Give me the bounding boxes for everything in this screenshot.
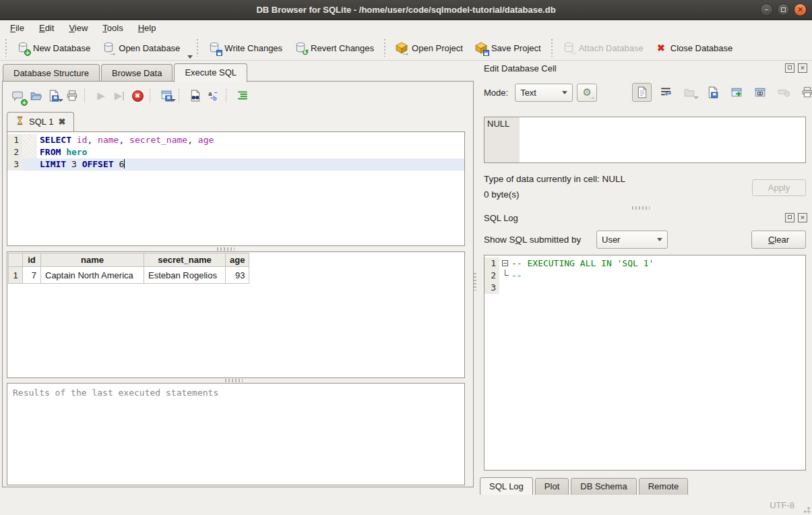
code-line: 1 SELECT id, name, secret_name, age bbox=[7, 134, 464, 146]
menu-tools[interactable]: Tools bbox=[95, 22, 130, 34]
save-sql-dropdown-icon bbox=[58, 99, 63, 102]
revert-changes-icon: ↺ bbox=[294, 42, 307, 54]
save-project-button[interactable]: Save Project bbox=[469, 39, 547, 57]
results-grid: id name secret_name age 1 7 Captain Nort… bbox=[7, 251, 465, 378]
row-number[interactable]: 1 bbox=[9, 267, 23, 284]
apply-button[interactable]: Apply bbox=[752, 179, 806, 196]
splitter-handle[interactable] bbox=[217, 247, 235, 251]
dock-splitter-handle[interactable] bbox=[632, 206, 650, 210]
float-dock-icon[interactable] bbox=[785, 63, 794, 73]
word-wrap-icon[interactable] bbox=[656, 83, 675, 102]
tab-database-structure[interactable]: Database Structure bbox=[3, 64, 100, 82]
menu-view[interactable]: View bbox=[61, 22, 95, 34]
text-mode-icon[interactable] bbox=[632, 83, 652, 102]
corner-header[interactable] bbox=[9, 253, 23, 267]
column-header-name[interactable]: name bbox=[41, 253, 144, 267]
cell-secret-name[interactable]: Esteban Rogelios bbox=[144, 267, 226, 284]
open-database-dropdown-icon[interactable] bbox=[187, 55, 193, 59]
open-in-external-app-icon[interactable] bbox=[726, 83, 746, 102]
tab-db-schema[interactable]: DB Schema bbox=[571, 478, 636, 495]
menu-file[interactable]: File bbox=[3, 22, 32, 34]
close-database-button[interactable]: ✖ Close Database bbox=[650, 40, 739, 56]
write-changes-button[interactable]: Write Changes bbox=[202, 39, 288, 57]
close-dock-icon[interactable]: ✕ bbox=[798, 63, 807, 73]
stop-execution-icon[interactable]: ✖ bbox=[129, 88, 146, 104]
print-sql-icon[interactable] bbox=[64, 88, 80, 104]
cell-age[interactable]: 93 bbox=[226, 267, 249, 284]
cell-mode-row: Mode: Text ⚙ → bbox=[484, 83, 597, 102]
import-cell-data-icon[interactable] bbox=[679, 83, 699, 102]
column-header-age[interactable]: age bbox=[226, 253, 249, 267]
encoding-indicator[interactable]: UTF-8 bbox=[770, 500, 794, 510]
minimize-icon[interactable]: − bbox=[760, 3, 773, 16]
open-project-button[interactable]: → Open Project bbox=[389, 39, 469, 57]
cell-value: NULL bbox=[487, 119, 509, 129]
new-database-button[interactable]: + New Database bbox=[11, 39, 96, 57]
line-number: 3 bbox=[7, 158, 22, 171]
fold-collapse-icon[interactable] bbox=[502, 260, 508, 266]
open-project-icon: → bbox=[396, 42, 408, 54]
cell-mode-select[interactable]: Text bbox=[515, 84, 573, 102]
fold-margin bbox=[22, 146, 37, 158]
fold-margin bbox=[499, 258, 511, 270]
maximize-icon[interactable] bbox=[777, 3, 790, 16]
save-sql-file-icon[interactable] bbox=[46, 88, 62, 104]
column-header-secret-name[interactable]: secret_name bbox=[144, 253, 226, 267]
sql-toolbar: + ▶ ▶ ✖ bbox=[9, 87, 251, 104]
cell-editor-gutter: NULL bbox=[485, 117, 520, 162]
new-sql-tab-icon[interactable]: + bbox=[9, 88, 26, 104]
export-cell-data-icon[interactable] bbox=[703, 83, 722, 102]
edit-cell-dock-title: Edit Database Cell bbox=[484, 63, 557, 73]
tab-execute-sql[interactable]: Execute SQL bbox=[174, 63, 247, 82]
cell-value-editor[interactable]: NULL bbox=[484, 117, 806, 163]
menu-edit[interactable]: Edit bbox=[32, 22, 61, 34]
log-entry: -- EXECUTING ALL IN 'SQL 1' bbox=[511, 258, 654, 270]
results-header-row: id name secret_name age bbox=[9, 253, 249, 267]
open-url-link-icon[interactable] bbox=[750, 83, 770, 102]
find-icon[interactable] bbox=[187, 88, 204, 104]
sql-1-tab[interactable]: SQL 1 ✖ bbox=[7, 112, 74, 131]
tab-sql-log[interactable]: SQL Log bbox=[480, 477, 533, 495]
close-icon[interactable]: ✕ bbox=[794, 3, 807, 16]
cell-id[interactable]: 7 bbox=[23, 267, 41, 284]
float-dock-icon[interactable] bbox=[785, 213, 794, 222]
dock-tabbar: SQL Log Plot DB Schema Remote bbox=[480, 477, 688, 495]
cell-name[interactable]: Captain North America bbox=[41, 267, 144, 284]
sql-log-filter-select[interactable]: User bbox=[596, 231, 668, 249]
sql-tab-close-icon[interactable]: ✖ bbox=[58, 117, 65, 127]
code-line: 2 FROM hero bbox=[7, 146, 464, 158]
attach-database-button[interactable]: ∞ Attach Database bbox=[557, 39, 650, 57]
chevron-down-icon bbox=[562, 91, 567, 94]
resize-grip-icon[interactable] bbox=[801, 504, 810, 513]
tab-plot[interactable]: Plot bbox=[535, 478, 569, 495]
line-number: 1 bbox=[485, 258, 499, 270]
set-null-icon[interactable] bbox=[774, 83, 793, 102]
column-header-id[interactable]: id bbox=[23, 253, 41, 267]
main-toolbar: + New Database → Open Database Write Cha… bbox=[0, 36, 812, 61]
execute-line-icon[interactable]: ▶ bbox=[111, 88, 127, 104]
toolbar-separator bbox=[179, 89, 183, 102]
tab-remote[interactable]: Remote bbox=[639, 478, 689, 495]
auto-apply-button[interactable]: ⚙ → bbox=[577, 84, 597, 102]
sql-log-view[interactable]: 1 -- EXECUTING ALL IN 'SQL 1' 2 -- 3 bbox=[484, 255, 806, 471]
sql-code-editor[interactable]: 1 SELECT id, name, secret_name, age 2 FR… bbox=[7, 131, 465, 246]
save-results-icon[interactable] bbox=[158, 88, 175, 104]
svg-text:b: b bbox=[213, 95, 217, 102]
open-sql-file-icon[interactable] bbox=[28, 88, 44, 104]
edit-cell-dock-buttons: ✕ bbox=[785, 63, 807, 73]
menu-help[interactable]: Help bbox=[131, 22, 164, 34]
tab-browse-data[interactable]: Browse Data bbox=[101, 64, 173, 82]
titlebar: DB Browser for SQLite - /home/user/code/… bbox=[0, 0, 812, 20]
log-line: 1 -- EXECUTING ALL IN 'SQL 1' bbox=[485, 258, 805, 270]
replace-icon[interactable]: ab bbox=[206, 88, 222, 104]
chevron-down-icon bbox=[657, 238, 662, 241]
print-cell-icon[interactable] bbox=[797, 83, 812, 102]
revert-changes-button[interactable]: ↺ Revert Changes bbox=[288, 39, 380, 57]
sql-editor-tabbar: SQL 1 ✖ bbox=[7, 111, 74, 131]
clear-log-button[interactable]: Clear bbox=[751, 231, 806, 249]
open-database-button[interactable]: → Open Database bbox=[96, 39, 186, 57]
auto-format-icon[interactable] bbox=[235, 88, 251, 104]
close-dock-icon[interactable]: ✕ bbox=[798, 213, 807, 222]
execute-all-icon[interactable]: ▶ bbox=[93, 88, 109, 104]
splitter-handle[interactable] bbox=[225, 379, 243, 382]
